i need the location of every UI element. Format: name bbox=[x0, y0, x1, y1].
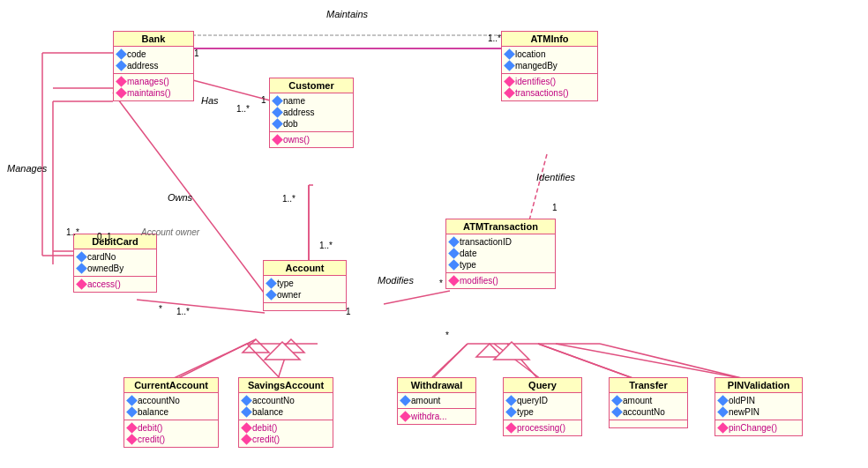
attr-balance: balance bbox=[252, 407, 283, 417]
mult-debitcard-01: 0..1 bbox=[97, 232, 112, 241]
op-icon bbox=[272, 134, 283, 145]
label-account-owner: Account owner bbox=[141, 227, 199, 237]
attr-code: code bbox=[127, 49, 146, 59]
mult-account-1b2: 1 bbox=[346, 307, 351, 316]
op-icon bbox=[76, 279, 87, 290]
attr-icon bbox=[116, 48, 127, 60]
op-icon bbox=[448, 275, 460, 286]
op-icon bbox=[126, 422, 138, 434]
svg-line-22 bbox=[247, 344, 281, 379]
op-pinchange: pinChange() bbox=[729, 423, 777, 433]
attr-accountno: accountNo bbox=[138, 396, 180, 405]
op-maintains: maintains() bbox=[127, 88, 170, 98]
attr-icon bbox=[717, 406, 729, 418]
class-savingsaccount-ops: debit() credit() bbox=[239, 420, 333, 447]
op-icon bbox=[241, 422, 252, 434]
attr-icon bbox=[272, 118, 283, 130]
svg-line-27 bbox=[538, 344, 635, 379]
op-manages: manages() bbox=[127, 77, 169, 86]
op-icon bbox=[504, 76, 515, 87]
op-icon bbox=[116, 87, 127, 99]
attr-icon bbox=[448, 236, 460, 248]
attr-icon bbox=[266, 289, 277, 301]
attr-icon bbox=[505, 395, 517, 406]
class-query: Query queryID type processing() bbox=[503, 377, 582, 436]
op-processing: processing() bbox=[517, 423, 565, 433]
class-pinvalidation-ops: pinChange() bbox=[715, 420, 802, 435]
class-account-attrs: type owner bbox=[264, 276, 346, 303]
attr-icon bbox=[611, 395, 623, 406]
mult-atm-1star: 1..* bbox=[488, 33, 501, 43]
class-account-title: Account bbox=[264, 261, 346, 276]
attr-cardno: cardNo bbox=[87, 252, 116, 262]
attr-type: type bbox=[517, 407, 534, 417]
mult-customer-1star: 1..* bbox=[236, 104, 250, 114]
svg-marker-29 bbox=[494, 342, 529, 360]
label-manages: Manages bbox=[7, 163, 47, 174]
svg-marker-23 bbox=[265, 342, 300, 360]
class-currentaccount-title: CurrentAccount bbox=[124, 378, 218, 393]
op-icon bbox=[241, 434, 252, 445]
mult-account-1star2: 1..* bbox=[176, 307, 190, 316]
attr-icon bbox=[241, 395, 252, 406]
attr-newpin: newPIN bbox=[729, 407, 760, 417]
class-currentaccount-ops: debit() credit() bbox=[124, 420, 218, 447]
op-credit: credit() bbox=[252, 435, 280, 444]
class-transfer-title: Transfer bbox=[610, 378, 687, 393]
class-bank-title: Bank bbox=[114, 32, 193, 47]
class-withdrawal: Withdrawal amount withdra... bbox=[397, 377, 476, 425]
class-savingsaccount-title: SavingsAccount bbox=[239, 378, 333, 393]
attr-icon bbox=[76, 263, 87, 274]
mult-account-1: 1..* bbox=[319, 241, 333, 250]
mult-bank-1b: 1 bbox=[261, 95, 266, 105]
attr-icon bbox=[126, 406, 138, 418]
op-icon bbox=[505, 422, 517, 434]
attr-icon bbox=[241, 406, 252, 418]
attr-address: address bbox=[283, 108, 315, 117]
class-bank: Bank code address manages() maintains() bbox=[113, 31, 194, 101]
mult-debitcard-star: * bbox=[159, 304, 162, 314]
attr-icon bbox=[504, 48, 515, 60]
attr-ownedby: ownedBy bbox=[87, 264, 123, 273]
svg-line-28 bbox=[600, 344, 745, 379]
attr-icon bbox=[400, 395, 411, 406]
attr-mangedby: mangedBy bbox=[515, 61, 557, 71]
class-debitcard: DebitCard cardNo ownedBy access() bbox=[73, 234, 157, 293]
class-debitcard-attrs: cardNo ownedBy bbox=[74, 249, 156, 277]
attr-icon bbox=[272, 95, 283, 107]
svg-marker-18 bbox=[278, 339, 304, 353]
op-withdra: withdra... bbox=[411, 412, 447, 421]
class-currentaccount-attrs: accountNo balance bbox=[124, 393, 218, 420]
class-savingsaccount-attrs: accountNo balance bbox=[239, 393, 333, 420]
attr-icon bbox=[505, 406, 517, 418]
attr-owner: owner bbox=[277, 290, 301, 300]
op-debit: debit() bbox=[252, 423, 277, 433]
attr-amount: amount bbox=[411, 396, 440, 405]
class-bank-attrs: code address bbox=[114, 47, 193, 74]
svg-line-7 bbox=[176, 339, 256, 379]
mult-trans-star: * bbox=[439, 279, 443, 288]
attr-icon bbox=[611, 406, 623, 418]
svg-line-12 bbox=[507, 344, 538, 379]
attr-amount: amount bbox=[623, 396, 652, 405]
class-customer-ops: owns() bbox=[270, 132, 353, 147]
class-transfer-ops bbox=[610, 420, 687, 427]
mult-atm-1: 1 bbox=[552, 203, 557, 212]
attr-icon bbox=[116, 60, 127, 71]
class-account: Account type owner bbox=[263, 260, 347, 311]
svg-line-9 bbox=[384, 291, 450, 304]
class-pinvalidation-title: PINValidation bbox=[715, 378, 802, 393]
label-owns: Owns bbox=[168, 192, 192, 203]
svg-line-11 bbox=[432, 344, 468, 379]
attr-accountno: accountNo bbox=[623, 407, 665, 417]
label-has: Has bbox=[201, 95, 219, 106]
class-atmtransaction-attrs: transactionID date type bbox=[446, 234, 555, 273]
attr-queryid: queryID bbox=[517, 396, 548, 405]
op-credit: credit() bbox=[138, 435, 165, 444]
svg-line-14 bbox=[556, 344, 745, 379]
class-account-ops bbox=[264, 303, 346, 310]
attr-dob: dob bbox=[283, 119, 298, 129]
svg-line-25 bbox=[430, 344, 468, 379]
class-atminfo-title: ATMInfo bbox=[502, 32, 597, 47]
class-customer: Customer name address dob owns() bbox=[269, 78, 354, 148]
